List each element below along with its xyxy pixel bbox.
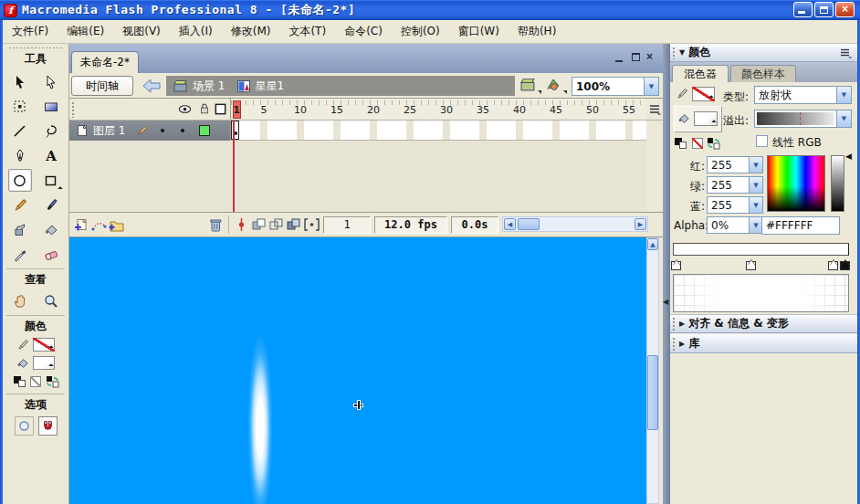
layer-name[interactable]: 图层 1 — [93, 123, 125, 139]
no-color-button[interactable] — [29, 375, 43, 388]
object-drawing-toggle[interactable] — [15, 416, 34, 436]
zoom-tool[interactable] — [39, 289, 63, 312]
timeline-toggle-button[interactable]: 时间轴 — [71, 76, 133, 96]
stage-canvas[interactable] — [69, 237, 646, 504]
gradient-type-field[interactable]: 放射状 — [754, 86, 837, 104]
gradient-stop-4[interactable] — [840, 261, 850, 270]
alpha-value-field[interactable]: 0% — [707, 216, 750, 234]
color-panel-grip[interactable] — [672, 47, 676, 59]
doc-close-button[interactable]: × — [646, 51, 659, 64]
edit-symbol-button[interactable] — [546, 78, 568, 95]
delete-layer-trash-icon[interactable] — [208, 217, 223, 233]
menu-modify[interactable]: 修改(M) — [222, 20, 280, 43]
onion-skin-outlines-button[interactable] — [269, 218, 285, 231]
outline-layers-icon[interactable] — [214, 102, 227, 116]
show-hide-layers-eye-icon[interactable] — [177, 102, 193, 116]
free-transform-tool[interactable] — [8, 95, 32, 118]
mixer-stroke-color-swatch[interactable] — [692, 87, 715, 101]
eraser-tool[interactable] — [39, 243, 63, 266]
center-frame-button[interactable] — [235, 217, 248, 232]
doc-restore-button[interactable] — [630, 51, 643, 64]
menu-view[interactable]: 视图(V) — [113, 20, 170, 43]
gradient-stop-1[interactable] — [671, 261, 681, 270]
text-tool[interactable]: A — [39, 144, 63, 167]
blue-value-field[interactable]: 255 — [707, 196, 750, 214]
elapsed-time-field[interactable]: 0.0s — [451, 216, 498, 234]
tools-panel-grip[interactable] — [8, 47, 63, 49]
brightness-marker-arrow[interactable]: ◀ — [845, 152, 852, 161]
zoom-level-field[interactable]: 100% — [572, 77, 645, 96]
titlebar[interactable]: f Macromedia Flash Professional 8 - [未命名… — [0, 0, 860, 20]
tab-color-mixer[interactable]: 混色器 — [672, 65, 729, 82]
color-panel-expand-arrow[interactable]: ▼ — [679, 48, 685, 57]
panel-divider[interactable]: ◀ — [663, 44, 670, 504]
timeline-options-menu-icon[interactable] — [649, 104, 662, 115]
paint-bucket-tool[interactable] — [39, 218, 63, 241]
brush-tool[interactable] — [39, 194, 63, 216]
snap-to-objects-toggle[interactable] — [38, 416, 58, 436]
edit-scene-button[interactable] — [520, 78, 542, 95]
library-panel-collapsed-arrow[interactable]: ▶ — [679, 340, 685, 348]
stage-vscrollbar[interactable]: ▲ — [646, 237, 659, 504]
red-value-field[interactable]: 255 — [707, 156, 750, 173]
layer-outline-color-swatch[interactable] — [199, 125, 210, 136]
mixer-no-color-button[interactable] — [690, 137, 704, 150]
pencil-tool[interactable] — [8, 194, 32, 216]
linear-rgb-checkbox[interactable] — [756, 135, 768, 147]
layer-lock-dot[interactable] — [181, 129, 184, 132]
hand-tool[interactable] — [8, 289, 32, 312]
onion-skin-button[interactable] — [252, 218, 267, 231]
breadcrumb-symbol[interactable]: 星星1 — [255, 79, 284, 94]
document-tab[interactable]: 未命名-2* — [71, 51, 139, 73]
lock-layers-icon[interactable] — [198, 101, 211, 116]
overflow-dropdown-button[interactable]: ▼ — [836, 110, 852, 128]
menu-file[interactable]: 文件(F) — [3, 20, 58, 43]
lasso-tool[interactable] — [39, 120, 63, 142]
subselection-tool[interactable] — [39, 70, 63, 93]
timeline-hscroll-thumb[interactable] — [518, 218, 540, 230]
gradient-stop-3[interactable] — [828, 261, 838, 270]
menu-text[interactable]: 文本(T) — [279, 20, 335, 43]
panel-library[interactable]: ▶ 库 — [670, 334, 857, 353]
color-picker-field[interactable] — [767, 155, 825, 212]
timeline-scroll-left-button[interactable]: ◀ — [504, 218, 516, 230]
default-colors-button[interactable] — [13, 375, 26, 388]
toolbox-fill-color-swatch[interactable] — [33, 356, 55, 370]
timeline-ruler[interactable]: 1 5 10 15 20 25 30 35 40 45 50 55 — [230, 99, 646, 120]
close-button[interactable]: × — [835, 2, 855, 17]
panel-align-info-transform[interactable]: ▶ 对齐 & 信息 & 变形 — [670, 314, 857, 333]
panel-divider-grip[interactable] — [665, 312, 668, 349]
brightness-slider[interactable] — [831, 155, 844, 212]
toolbox-stroke-color-swatch[interactable] — [33, 338, 55, 352]
menu-control[interactable]: 控制(O) — [392, 20, 449, 43]
insert-layer-icon[interactable] — [74, 218, 89, 232]
rectangle-tool[interactable] — [39, 169, 63, 192]
back-arrow-icon[interactable] — [142, 79, 161, 93]
modify-onion-markers-button[interactable] — [304, 218, 320, 231]
breadcrumb-scene[interactable]: 场景 1 — [193, 79, 225, 94]
line-tool[interactable] — [8, 120, 32, 142]
menu-edit[interactable]: 编辑(E) — [58, 20, 113, 43]
minimize-button[interactable] — [793, 2, 813, 17]
eyedropper-tool[interactable] — [8, 243, 32, 266]
gradient-transform-tool[interactable] — [39, 95, 63, 118]
color-panel-header[interactable]: ▼ 颜色 — [670, 44, 857, 62]
green-slider-button[interactable]: ▼ — [749, 176, 763, 194]
menu-window[interactable]: 窗口(W) — [449, 20, 509, 43]
gradient-type-dropdown-button[interactable]: ▼ — [836, 86, 852, 104]
maximize-button[interactable] — [814, 2, 834, 17]
pen-tool[interactable] — [8, 144, 32, 167]
add-motion-guide-icon[interactable] — [91, 218, 107, 232]
menu-help[interactable]: 帮助(H) — [509, 20, 565, 43]
doc-minimize-button[interactable] — [614, 51, 626, 64]
timeline-scroll-right-button[interactable]: ▶ — [635, 218, 646, 230]
insert-layer-folder-icon[interactable] — [109, 218, 125, 232]
current-frame-field[interactable]: 1 — [323, 216, 371, 234]
layer-row[interactable]: 图层 1 — [69, 121, 230, 141]
frame-rate-field[interactable]: 12.0 fps — [374, 216, 447, 234]
timeline-grip[interactable] — [71, 101, 75, 118]
timeline-hscrollbar[interactable]: ◀ ▶ — [502, 216, 648, 232]
edit-multiple-frames-button[interactable] — [287, 218, 302, 231]
oval-tool[interactable] — [8, 169, 32, 192]
mixer-fill-color-swatch[interactable] — [694, 111, 718, 126]
